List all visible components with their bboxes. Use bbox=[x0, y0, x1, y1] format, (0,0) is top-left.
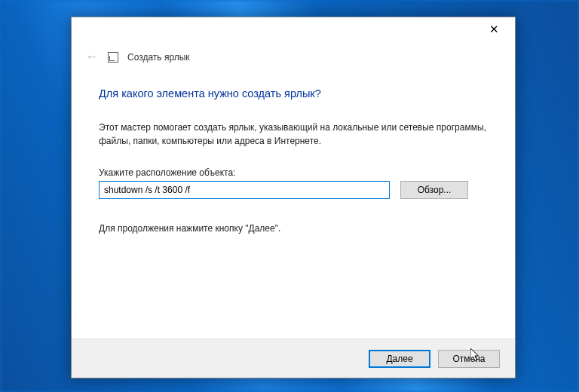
close-icon: ✕ bbox=[489, 23, 499, 36]
create-shortcut-dialog: ✕ ← Создать ярлык Для какого элемента ну… bbox=[71, 17, 516, 378]
next-button[interactable]: Далее bbox=[369, 350, 430, 368]
browse-button[interactable]: Обзор... bbox=[400, 181, 468, 199]
back-arrow-icon[interactable]: ← bbox=[85, 49, 99, 65]
titlebar: ✕ bbox=[72, 17, 515, 40]
header-row: ← Создать ярлык bbox=[72, 40, 515, 68]
cancel-button[interactable]: Отмена bbox=[438, 350, 500, 368]
location-input[interactable] bbox=[99, 181, 390, 199]
wizard-title: Создать ярлык bbox=[127, 52, 190, 63]
location-label: Укажите расположение объекта: bbox=[99, 167, 488, 178]
continue-hint: Для продолжения нажмите кнопку "Далее". bbox=[99, 223, 488, 234]
close-button[interactable]: ✕ bbox=[479, 19, 509, 40]
location-row: Обзор... bbox=[99, 181, 488, 199]
shortcut-icon bbox=[108, 52, 118, 63]
description-text: Этот мастер помогает создать ярлык, указ… bbox=[99, 121, 488, 148]
dialog-body: Для какого элемента нужно создать ярлык?… bbox=[72, 68, 515, 338]
dialog-footer: Далее Отмена bbox=[72, 338, 515, 378]
question-heading: Для какого элемента нужно создать ярлык? bbox=[99, 87, 488, 100]
